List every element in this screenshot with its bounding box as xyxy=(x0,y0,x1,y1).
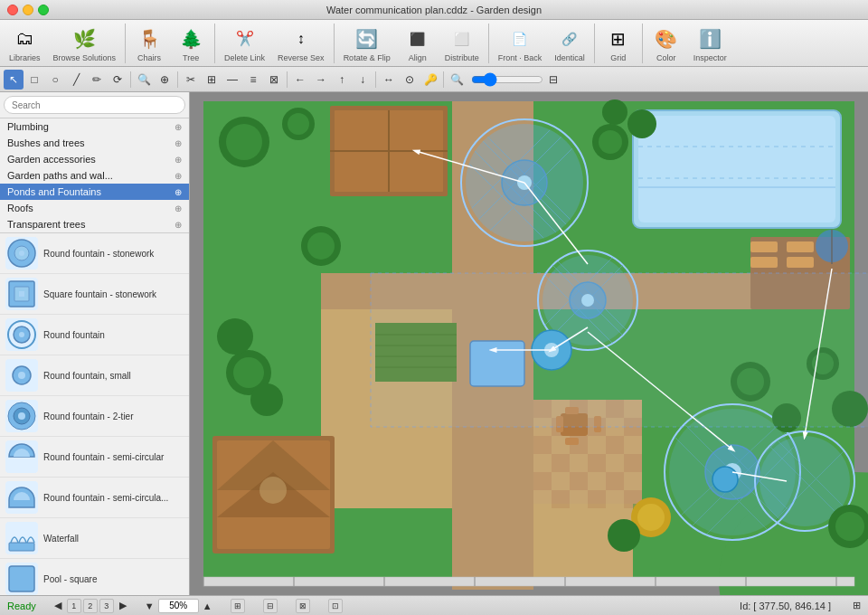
page-view-1[interactable]: ⊞ xyxy=(231,599,245,613)
zoom-input[interactable]: 50% xyxy=(158,599,199,613)
library-item-round-fountain-small[interactable]: Round fountain, small xyxy=(0,355,189,396)
table-tool[interactable]: ⊠ xyxy=(264,70,284,90)
page-2-btn[interactable]: 2 xyxy=(83,599,98,613)
delete-link-label: Delete Link xyxy=(224,53,265,62)
svg-rect-91 xyxy=(565,438,579,445)
grid-tool[interactable]: ⊞ xyxy=(202,70,222,90)
toolbar-identical[interactable]: 🔗 Identical xyxy=(549,23,590,64)
close-button[interactable] xyxy=(7,5,18,15)
toolbar-rotate-flip[interactable]: 🔄 Rotate & Flip xyxy=(338,23,396,64)
ellipse-tool[interactable]: ○ xyxy=(45,70,65,90)
measure-tool[interactable]: ↔ xyxy=(379,70,399,90)
category-bushes-trees[interactable]: Bushes and trees ⊕ xyxy=(0,135,189,151)
toolbar-chairs[interactable]: 🪑 Chairs xyxy=(129,23,169,64)
zoom-plus-icon[interactable]: ▲ xyxy=(203,601,212,611)
toolbar-separator-6 xyxy=(642,24,643,63)
browse-solutions-label: Browse Solutions xyxy=(53,53,117,62)
svg-rect-63 xyxy=(588,490,606,508)
maximize-button[interactable] xyxy=(38,5,49,15)
distribute-label: Distribute xyxy=(445,53,479,62)
toolbar-align[interactable]: ⬛ Align xyxy=(398,23,438,64)
zoom-in-tool[interactable]: ⊕ xyxy=(155,70,175,90)
svg-rect-45 xyxy=(588,436,606,454)
category-transparent-trees-label: Transparent trees xyxy=(7,219,85,230)
category-garden-accessories[interactable]: Garden accessories ⊕ xyxy=(0,151,189,167)
arrow-right-tool[interactable]: → xyxy=(311,70,331,90)
svg-rect-51 xyxy=(588,454,606,472)
zoom-fit-tool[interactable]: ⊟ xyxy=(543,70,563,90)
front-back-icon: 📄 xyxy=(505,24,534,53)
svg-rect-84 xyxy=(787,257,814,268)
lib-label-round-fountain-semi2: Round fountain - semi-circula... xyxy=(43,493,168,503)
list-tool[interactable]: ≡ xyxy=(243,70,263,90)
canvas-area[interactable] xyxy=(190,92,868,595)
arrow-down-tool[interactable]: ↓ xyxy=(353,70,373,90)
library-item-round-fountain-semi[interactable]: Round fountain - semi-circular xyxy=(0,437,189,478)
toolbar-tree[interactable]: 🌲 Tree xyxy=(171,23,211,64)
page-view-4[interactable]: ⊡ xyxy=(328,599,343,613)
toolbar-separator-5 xyxy=(594,24,595,63)
status-left-controls: ◀ 1 2 3 ▶ xyxy=(54,599,127,613)
inspector-label: Inspector xyxy=(693,53,727,62)
toolbar-color[interactable]: 🎨 Color xyxy=(646,23,686,64)
page-view-2[interactable]: ⊟ xyxy=(263,599,278,613)
library-item-round-fountain[interactable]: Round fountain xyxy=(0,315,189,355)
zoom-tool[interactable]: 🔍 xyxy=(134,70,154,90)
category-roofs[interactable]: Roofs ⊕ xyxy=(0,200,189,216)
zoom-out-tool[interactable]: 🔍 xyxy=(447,70,467,90)
toolbar-distribute[interactable]: ⬜ Distribute xyxy=(439,23,485,64)
svg-point-150 xyxy=(599,130,622,154)
toolbar-front-back[interactable]: 📄 Front · Back xyxy=(493,23,548,64)
circle-tool[interactable]: ⊙ xyxy=(400,70,420,90)
toolbar-browse-solutions[interactable]: 🌿 Browse Solutions xyxy=(48,23,122,64)
toolbar-reverse-sex[interactable]: ↕️ Reverse Sex xyxy=(272,23,330,64)
category-ponds-fountains[interactable]: Ponds and Fountains ⊕ xyxy=(0,184,189,200)
library-item-waterfall[interactable]: Waterfall xyxy=(0,518,189,559)
svg-rect-56 xyxy=(570,472,588,490)
zoom-minus-icon[interactable]: ▼ xyxy=(145,601,155,611)
pen-tool[interactable]: ✏ xyxy=(87,70,107,90)
chairs-icon: 🪑 xyxy=(135,24,164,53)
toolbar-libraries[interactable]: 🗂 Libraries xyxy=(4,23,46,64)
minus-tool[interactable]: — xyxy=(222,70,242,90)
line-tool[interactable]: ╱ xyxy=(66,70,86,90)
minimize-button[interactable] xyxy=(23,5,33,15)
category-garden-paths[interactable]: Garden paths and wal... ⊕ xyxy=(0,167,189,184)
svg-rect-14 xyxy=(9,543,34,551)
svg-rect-81 xyxy=(750,241,778,252)
toolbar-inspector[interactable]: ℹ️ Inspector xyxy=(688,23,732,64)
library-item-pool-square[interactable]: Pool - square xyxy=(0,559,189,595)
svg-point-10 xyxy=(18,372,25,379)
toolbar-grid[interactable]: ⊞ Grid xyxy=(599,23,638,64)
rotate-tool[interactable]: ⟳ xyxy=(108,70,127,90)
svg-rect-64 xyxy=(606,490,624,508)
lib-icon-square-fountain-stonework xyxy=(5,278,38,310)
category-garden-accessories-arrow: ⊕ xyxy=(175,155,182,165)
svg-point-13 xyxy=(18,412,25,420)
library-item-round-fountain-semi2[interactable]: Round fountain - semi-circula... xyxy=(0,478,189,518)
page-view-3[interactable]: ⊠ xyxy=(296,599,310,613)
arrow-left-tool[interactable]: ← xyxy=(290,70,310,90)
category-transparent-trees[interactable]: Transparent trees ⊕ xyxy=(0,216,189,232)
tool-separator-5 xyxy=(443,71,444,88)
svg-rect-53 xyxy=(624,454,642,472)
tool-separator-4 xyxy=(375,71,376,88)
library-item-round-fountain-stonework[interactable]: Round fountain - stonework xyxy=(0,233,189,274)
page-3-btn[interactable]: 3 xyxy=(99,599,114,613)
library-item-round-fountain-2tier[interactable]: Round fountain - 2-tier xyxy=(0,396,189,437)
arrow-up-tool[interactable]: ↑ xyxy=(332,70,352,90)
toolbar-delete-link[interactable]: ✂️ Delete Link xyxy=(219,23,270,64)
category-transparent-trees-arrow: ⊕ xyxy=(175,220,182,230)
select-tool[interactable]: ↖ xyxy=(4,70,24,90)
rect-tool[interactable]: □ xyxy=(24,70,44,90)
zoom-slider[interactable] xyxy=(471,72,543,87)
key-tool[interactable]: 🔑 xyxy=(420,70,440,90)
svg-rect-62 xyxy=(570,490,588,508)
page-1-btn[interactable]: 1 xyxy=(67,599,81,613)
cut-tool[interactable]: ✂ xyxy=(181,70,201,90)
category-plumbing[interactable]: Plumbing ⊕ xyxy=(0,118,189,135)
category-ponds-fountains-arrow: ⊕ xyxy=(175,187,182,197)
library-item-square-fountain-stonework[interactable]: Square fountain - stonework xyxy=(0,274,189,315)
search-input[interactable] xyxy=(4,96,185,114)
svg-rect-177 xyxy=(203,577,854,586)
